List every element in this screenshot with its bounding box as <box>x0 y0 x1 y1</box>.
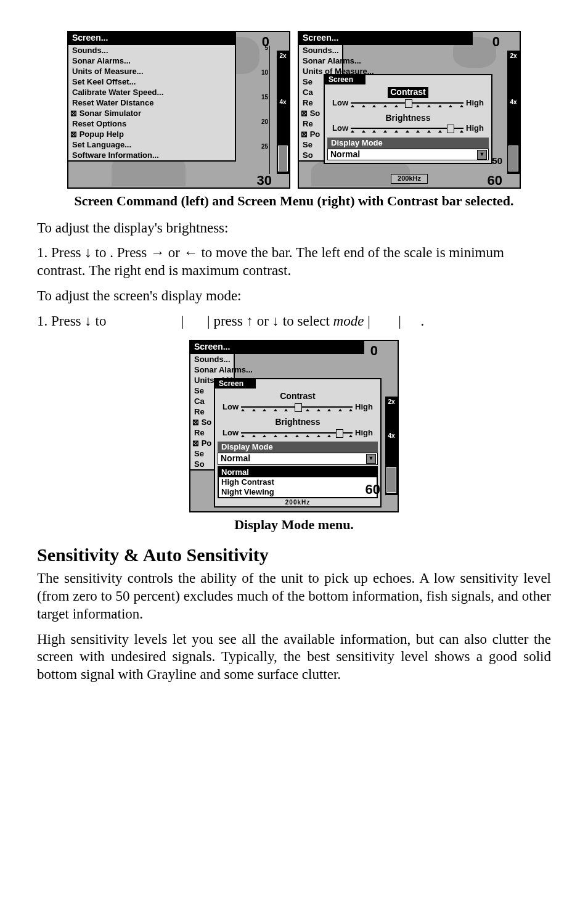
depth-max: 60 <box>488 172 502 189</box>
menu-item[interactable]: Set Language... <box>68 139 235 150</box>
display-mode-value: Normal <box>330 149 360 160</box>
depth-max: 30 <box>257 172 272 189</box>
zoom-sidebar-left: 2x 4x <box>277 51 289 174</box>
zoom-2x: 2x <box>510 53 517 59</box>
menu-item[interactable]: Sonar Alarms... <box>299 56 342 66</box>
lcd-display-mode: Screen... Sounds...Sonar Alarms...Units … <box>189 340 399 512</box>
brightness-low: Low <box>332 123 348 133</box>
contrast-low: Low <box>332 98 348 108</box>
menu-item[interactable]: Units of Measure... <box>68 66 235 76</box>
menu-item[interactable]: Sonar Simulator <box>68 108 235 118</box>
brightness-step: 1. Press ↓ to . Press → or ← to move the… <box>37 244 551 280</box>
menu-item[interactable]: Sounds... <box>68 45 235 56</box>
menu-item[interactable]: Popup Help <box>68 129 235 139</box>
menu-item[interactable]: Reset Options <box>68 118 235 129</box>
depth-tick: 20 <box>261 118 268 126</box>
contrast-slider[interactable] <box>351 99 463 107</box>
mode-intro: To adjust the screen's display mode: <box>37 287 551 305</box>
brightness-low: Low <box>223 428 239 438</box>
figure-2: Screen... Sounds...Sonar Alarms...Units … <box>37 337 551 514</box>
scrollbar-thumb[interactable] <box>278 146 288 171</box>
mode-step: 1. Press ↓ to | | press ↑ or ↓ to select… <box>37 313 551 331</box>
menu-item[interactable]: Reset Water Distance <box>68 97 235 108</box>
contrast-low: Low <box>223 402 239 412</box>
section-heading: Sensitivity & Auto Sensitivity <box>37 543 551 567</box>
zoom-sidebar-2: 2x 4x <box>385 397 398 495</box>
display-mode-value: Normal <box>221 453 250 464</box>
section-p2: High sensitivity levels let you see all … <box>37 631 551 684</box>
depth-zero: 0 <box>370 342 378 360</box>
lcd-right: Screen... Sounds...Sonar Alarms...Units … <box>298 31 521 189</box>
figure-2-caption: Display Mode menu. <box>62 516 526 533</box>
menu-item[interactable]: Sounds... <box>299 45 342 56</box>
menu-item[interactable]: Sonar Alarms... <box>68 56 235 66</box>
contrast-slider[interactable] <box>241 403 353 411</box>
zoom-4x: 4x <box>388 433 394 438</box>
brightness-slider[interactable] <box>241 429 353 437</box>
depth-mid: 50 <box>492 155 502 167</box>
zoom-4x: 4x <box>510 99 517 105</box>
menu-title: Screen... <box>299 32 473 45</box>
brightness-intro: To adjust the display's brightness: <box>37 220 551 237</box>
figure-1-caption: Screen Command (left) and Screen Menu (r… <box>62 192 526 210</box>
depth-tick: 15 <box>261 94 268 102</box>
depth-tick: 5 <box>264 44 268 52</box>
section-p1: The sensitivity controls the ability of … <box>37 570 551 623</box>
freq-tiny: 200kHz <box>215 499 380 507</box>
zoom-4x: 4x <box>279 99 286 105</box>
screen-popup: Screen Contrast Low High Brightness Low <box>324 74 492 164</box>
depth-tick: 10 <box>261 69 268 77</box>
menu-title: Screen... <box>190 341 364 354</box>
depth-max: 60 <box>365 481 380 498</box>
display-mode-combo[interactable]: Normal ▼ <box>327 149 489 161</box>
menu-item[interactable]: Sounds... <box>190 354 234 364</box>
scrollbar-thumb[interactable] <box>508 146 518 171</box>
menu-title: Screen... <box>68 32 235 45</box>
menu-item[interactable]: Set Keel Offset... <box>68 76 235 87</box>
depth-tick: 25 <box>261 143 268 151</box>
popup-title: Screen <box>325 75 365 84</box>
frequency-label: 200kHz <box>391 174 428 184</box>
depth-zero: 0 <box>492 33 500 51</box>
zoom-sidebar-right: 2x 4x <box>507 51 520 174</box>
display-mode-label: Display Mode <box>327 138 489 149</box>
figure-1: Screen... Sounds...Sonar Alarms...Units … <box>37 31 551 189</box>
brightness-label: Brightness <box>385 113 430 123</box>
contrast-label: Contrast <box>388 87 428 98</box>
popup-title: Screen <box>215 379 256 389</box>
screen-menu-left: Screen... Sounds...Sonar Alarms...Units … <box>68 32 236 162</box>
zoom-2x: 2x <box>388 399 394 405</box>
brightness-slider[interactable] <box>351 124 463 133</box>
scrollbar-thumb[interactable] <box>386 467 396 493</box>
lcd-left: Screen... Sounds...Sonar Alarms...Units … <box>67 31 290 189</box>
contrast-label: Contrast <box>280 391 316 401</box>
menu-item[interactable]: Sonar Alarms... <box>190 364 234 375</box>
zoom-2x: 2x <box>279 53 286 59</box>
menu-item[interactable]: Calibrate Water Speed... <box>68 87 235 97</box>
brightness-label: Brightness <box>275 417 320 427</box>
menu-item[interactable]: Software Information... <box>68 150 235 160</box>
